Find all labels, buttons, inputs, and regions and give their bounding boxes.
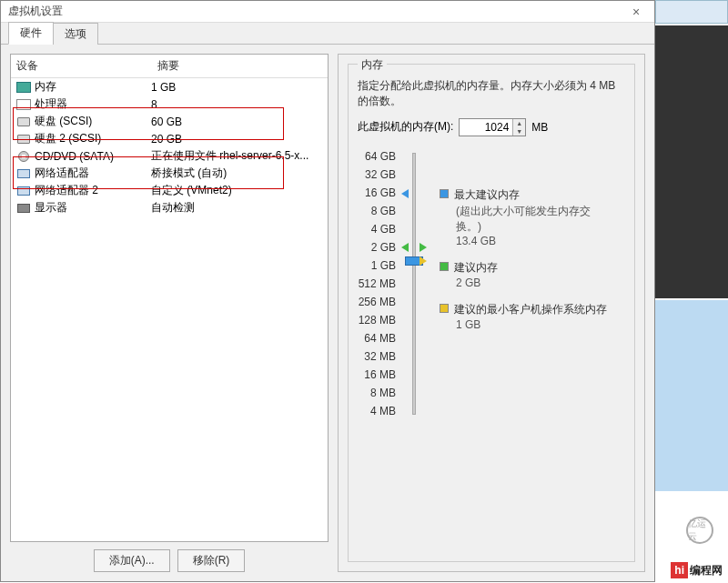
slider-tick: 16 MB bbox=[358, 366, 399, 384]
memory-unit: MB bbox=[531, 121, 548, 134]
device-row[interactable]: 显示器 自动检测 bbox=[11, 199, 328, 216]
col-device: 设备 bbox=[11, 55, 152, 77]
memory-input-label: 此虚拟机的内存(M): bbox=[358, 119, 453, 135]
background-strip: 亿运云 hi编程网 bbox=[655, 0, 728, 583]
device-name: 处理器 bbox=[33, 96, 151, 112]
legend-max-val: 13.4 GB bbox=[456, 235, 612, 247]
device-row[interactable]: 处理器 8 bbox=[11, 95, 328, 113]
memory-description: 指定分配给此虚拟机的内存量。内存大小必须为 4 MB 的倍数。 bbox=[358, 78, 625, 109]
cd-icon bbox=[18, 151, 29, 162]
legend-min-val: 1 GB bbox=[456, 318, 612, 331]
close-icon[interactable]: × bbox=[618, 1, 654, 23]
legend-max-title: 最大建议内存 bbox=[454, 187, 520, 202]
marker-min-icon bbox=[420, 256, 427, 266]
col-summary: 摘要 bbox=[152, 55, 328, 77]
legend-min-title: 建议的最小客户机操作系统内存 bbox=[454, 302, 607, 317]
memory-legend: 最大建议内存 (超出此大小可能发生内存交换。) 13.4 GB 建议内存 2 G… bbox=[440, 147, 612, 332]
add-button[interactable]: 添加(A)... bbox=[94, 549, 170, 572]
device-row[interactable]: 硬盘 2 (SCSI) 20 GB bbox=[11, 130, 328, 147]
marker-rec-right-icon bbox=[420, 243, 427, 252]
slider-tick: 32 GB bbox=[358, 166, 399, 184]
legend-rec-val: 2 GB bbox=[456, 276, 612, 289]
slider-tick: 8 GB bbox=[358, 202, 399, 220]
net-icon bbox=[17, 186, 30, 196]
disp-icon bbox=[17, 204, 30, 213]
device-summary: 1 GB bbox=[151, 81, 324, 94]
device-name: 硬盘 2 (SCSI) bbox=[33, 131, 151, 146]
device-summary: 20 GB bbox=[151, 133, 324, 146]
device-name: 显示器 bbox=[33, 200, 151, 216]
slider-tick: 4 GB bbox=[358, 220, 399, 238]
tab-hardware[interactable]: 硬件 bbox=[8, 22, 54, 45]
cpu-icon bbox=[16, 99, 31, 110]
slider-tick: 64 MB bbox=[358, 329, 399, 347]
device-name: 硬盘 (SCSI) bbox=[33, 114, 151, 129]
slider-tick: 1 GB bbox=[358, 256, 399, 275]
device-name: CD/DVD (SATA) bbox=[33, 150, 151, 163]
device-summary: 自定义 (VMnet2) bbox=[151, 183, 324, 198]
legend-rec-title: 建议内存 bbox=[454, 260, 498, 275]
device-name: 内存 bbox=[33, 79, 151, 95]
memory-group-label: 内存 bbox=[358, 57, 387, 73]
hdd-icon bbox=[17, 117, 30, 126]
memory-input[interactable] bbox=[460, 119, 512, 136]
legend-min-swatch bbox=[440, 304, 449, 313]
memory-groupbox: 内存 指定分配给此虚拟机的内存量。内存大小必须为 4 MB 的倍数。 此虚拟机的… bbox=[348, 64, 635, 562]
watermark-circle: 亿运云 bbox=[686, 517, 713, 544]
legend-rec-swatch bbox=[440, 262, 449, 271]
device-summary: 正在使用文件 rhel-server-6.5-x... bbox=[151, 148, 324, 164]
net-icon bbox=[17, 169, 30, 178]
memory-spinner[interactable]: ▲▼ bbox=[459, 118, 526, 136]
legend-max-swatch bbox=[440, 189, 449, 198]
device-list[interactable]: 设备 摘要 内存 1 GB 处理器 8 硬盘 (SCSI) 60 GB 硬盘 2… bbox=[10, 54, 329, 542]
slider-tick: 32 MB bbox=[358, 347, 399, 366]
slider-tick: 64 GB bbox=[358, 147, 399, 166]
slider-tick: 256 MB bbox=[358, 293, 399, 311]
memory-slider[interactable]: 64 GB32 GB16 GB8 GB4 GB2 GB1 GB512 MB256… bbox=[358, 147, 625, 420]
slider-tick: 8 MB bbox=[358, 384, 399, 402]
hdd-icon bbox=[17, 135, 30, 144]
device-row[interactable]: CD/DVD (SATA) 正在使用文件 rhel-server-6.5-x..… bbox=[11, 147, 328, 165]
marker-rec-icon bbox=[401, 243, 409, 252]
titlebar: 虚拟机设置 × bbox=[1, 1, 654, 23]
slider-tick: 4 MB bbox=[358, 402, 399, 420]
device-name: 网络适配器 2 bbox=[33, 183, 151, 198]
slider-track[interactable] bbox=[412, 153, 416, 415]
tab-options[interactable]: 选项 bbox=[53, 23, 98, 45]
device-summary: 8 bbox=[151, 98, 324, 111]
slider-tick: 512 MB bbox=[358, 275, 399, 293]
slider-tick: 2 GB bbox=[358, 238, 399, 256]
device-row[interactable]: 硬盘 (SCSI) 60 GB bbox=[11, 113, 328, 130]
slider-tick: 128 MB bbox=[358, 311, 399, 329]
slider-tick: 16 GB bbox=[358, 184, 399, 202]
vm-settings-dialog: 虚拟机设置 × 硬件 选项 设备 摘要 内存 1 GB 处理器 8 硬盘 (SC… bbox=[0, 0, 655, 582]
device-name: 网络适配器 bbox=[33, 166, 151, 181]
device-row[interactable]: 网络适配器 2 自定义 (VMnet2) bbox=[11, 182, 328, 199]
device-row[interactable]: 内存 1 GB bbox=[11, 78, 328, 95]
legend-max-sub: (超出此大小可能发生内存交换。) bbox=[456, 204, 612, 235]
mem-icon bbox=[16, 82, 31, 93]
tabstrip: 硬件 选项 bbox=[1, 23, 654, 45]
brand-logo: hi编程网 bbox=[671, 562, 723, 578]
device-row[interactable]: 网络适配器 桥接模式 (自动) bbox=[11, 165, 328, 182]
spin-down-icon[interactable]: ▼ bbox=[513, 127, 525, 136]
spin-up-icon[interactable]: ▲ bbox=[513, 119, 525, 127]
remove-button[interactable]: 移除(R) bbox=[177, 549, 246, 572]
device-summary: 桥接模式 (自动) bbox=[151, 166, 324, 181]
window-title: 虚拟机设置 bbox=[8, 4, 63, 19]
device-list-header: 设备 摘要 bbox=[11, 55, 328, 78]
device-summary: 60 GB bbox=[151, 116, 324, 128]
marker-max-icon bbox=[401, 189, 409, 198]
device-summary: 自动检测 bbox=[151, 200, 324, 216]
